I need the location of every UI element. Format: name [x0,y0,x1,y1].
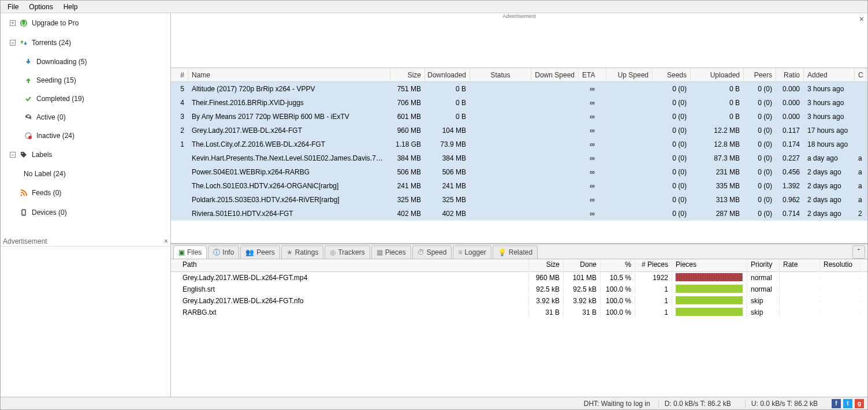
col-ratio[interactable]: Ratio [776,68,804,81]
torrent-row[interactable]: Kevin.Hart.Presents.The.Next.Level.S01E0… [171,151,867,165]
tab-logger[interactable]: ≡Logger [453,245,491,259]
cell-upspeed [606,129,653,132]
cell-name: Poldark.2015.S03E03.HDTV.x264-RiVER[rarb… [188,194,390,206]
tab-files[interactable]: ▣ Files [173,245,207,259]
col-peers[interactable]: Peers [744,68,776,81]
tab-pieces[interactable]: ▦Pieces [371,245,411,259]
cell-upspeed [606,198,653,202]
cell-name: Grey.Lady.2017.WEB-DL.x264-FGT [188,125,390,136]
cell-size: 601 MB [390,111,425,122]
col-upspeed[interactable]: Up Speed [606,68,653,81]
twitter-icon[interactable]: t [843,399,852,408]
sidebar-upgrade[interactable]: + Upgrade to Pro [1,13,170,33]
sidebar-feeds[interactable]: Feeds (0) [1,183,170,203]
col-status[interactable]: Status [470,68,531,81]
fcol-done[interactable]: Done [564,259,601,271]
torrent-header-row[interactable]: # Name Size Downloaded Status Down Speed… [171,68,867,82]
sidebar-nolabel[interactable]: No Label (24) [1,165,170,183]
col-c[interactable]: C [855,68,866,81]
sidebar-labels[interactable]: − Labels [1,145,170,165]
cell-c: a [855,180,866,192]
cell-c: a [855,166,866,178]
folder-icon: ▣ [178,248,185,256]
file-row[interactable]: Grey.Lady.2017.WEB-DL.x264-FGT.nfo3.92 k… [171,295,867,307]
col-name[interactable]: Name [188,68,390,81]
col-added[interactable]: Added [804,68,855,81]
fcol-npieces[interactable]: # Pieces [635,259,672,271]
sidebar-tree[interactable]: + Upgrade to Pro − Torrents (24) [1,13,170,237]
cell-size: 325 MB [390,194,425,206]
file-row[interactable]: RARBG.txt31 B31 B100.0 %1skip [171,307,867,318]
torrent-row[interactable]: 2Grey.Lady.2017.WEB-DL.x264-FGT960 MB104… [171,124,867,137]
sidebar-seeding[interactable]: Seeding (15) [1,71,170,90]
facebook-icon[interactable]: f [832,399,841,408]
piece-bar [676,273,743,281]
tab-related[interactable]: 💡Related [493,245,538,259]
file-row[interactable]: Grey.Lady.2017.WEB-DL.x264-FGT.mp4960 MB… [171,272,867,284]
sidebar-active[interactable]: Active (0) [1,108,170,126]
fcol-pct[interactable]: % [601,259,635,271]
tab-speed[interactable]: ⏱Speed [412,245,452,259]
collapse-icon[interactable]: − [10,40,16,46]
sidebar-torrents[interactable]: − Torrents (24) [1,33,170,53]
col-eta[interactable]: ETA [579,68,606,81]
sidebar-completed[interactable]: Completed (19) [1,90,170,108]
menu-options[interactable]: Options [24,2,57,12]
torrent-row[interactable]: 1The.Lost.City.of.Z.2016.WEB-DL.x264-FGT… [171,137,867,151]
cell-uploaded: 0 B [691,83,744,95]
torrent-row[interactable]: 5Altitude (2017) 720p BrRip x264 - VPPV7… [171,82,867,96]
torrent-row[interactable]: 3By Any Means 2017 720p WEBRip 600 MB - … [171,110,867,124]
tabs-dropdown-button[interactable]: ˇ [852,245,865,259]
chevron-down-icon: ˇ [858,248,860,256]
cell-peers: 0 (0) [744,111,776,122]
tab-peers[interactable]: 👥Peers [240,245,280,259]
cell-num: 5 [171,83,188,95]
cell-added: 17 hours ago [804,125,855,136]
menu-help[interactable]: Help [59,2,83,12]
tab-trackers[interactable]: ◎Trackers [325,245,370,259]
col-uploaded[interactable]: Uploaded [691,68,744,81]
file-row[interactable]: English.srt92.5 kB92.5 kB100.0 %1normal [171,284,867,295]
sidebar-devices[interactable]: Devices (0) [1,203,170,222]
files-header-row[interactable]: Path Size Done % # Pieces Pieces Priorit… [171,259,867,272]
torrent-row[interactable]: 4Their.Finest.2016.BRRip.XViD-juggs706 M… [171,96,867,110]
sidebar-inactive[interactable]: Inactive (24) [1,126,170,145]
menubar: File Options Help [1,1,867,13]
col-size[interactable]: Size [390,68,425,81]
torrent-list-body[interactable]: 5Altitude (2017) 720p BrRip x264 - VPPV7… [171,82,867,243]
cell-seeds: 0 (0) [653,139,691,150]
fcol-pieces[interactable]: Pieces [672,259,747,271]
cell-uploaded: 12.8 MB [691,139,744,150]
torrent-row[interactable]: Riviera.S01E10.HDTV.x264-FGT402 MB402 MB… [171,207,867,221]
cell-ratio: 0.000 [776,97,804,109]
top-ad-close-icon[interactable]: × [859,14,864,24]
fcol-rate[interactable]: Rate [780,259,820,271]
collapse-icon[interactable]: − [10,152,16,158]
torrent-row[interactable]: The.Loch.S01E03.HDTV.x264-ORGANiC[rarbg]… [171,179,867,193]
sidebar-ad-close-icon[interactable]: × [164,237,168,245]
col-num[interactable]: # [171,68,188,81]
sidebar-downloading[interactable]: Downloading (5) [1,53,170,71]
fcol-res[interactable]: Resolutio [820,259,860,271]
cell-peers: 0 (0) [744,194,776,206]
menu-file[interactable]: File [3,2,23,12]
tab-info-label: Info [222,248,234,256]
fcell-size: 92.5 kB [529,284,564,295]
col-downloaded[interactable]: Downloaded [425,68,470,81]
googleplus-icon[interactable]: g [855,399,864,408]
cell-c: 2 [855,208,866,219]
torrent-row[interactable]: Power.S04E01.WEBRip.x264-RARBG506 MB506 … [171,165,867,179]
torrent-row[interactable]: Poldark.2015.S03E03.HDTV.x264-RiVER[rarb… [171,193,867,207]
files-list-body[interactable]: Grey.Lady.2017.WEB-DL.x264-FGT.mp4960 MB… [171,272,867,397]
tab-info[interactable]: ⓘInfo [208,245,239,259]
cell-downloaded: 73.9 MB [425,139,470,150]
fcol-path[interactable]: Path [171,259,529,271]
fcell-pieces [672,272,747,284]
col-seeds[interactable]: Seeds [653,68,691,81]
expand-icon[interactable]: + [10,20,16,26]
cell-num: 1 [171,139,188,150]
tab-ratings[interactable]: ★Ratings [281,245,324,259]
col-downspeed[interactable]: Down Speed [531,68,579,81]
fcol-size[interactable]: Size [529,259,564,271]
fcol-priority[interactable]: Priority [747,259,780,271]
